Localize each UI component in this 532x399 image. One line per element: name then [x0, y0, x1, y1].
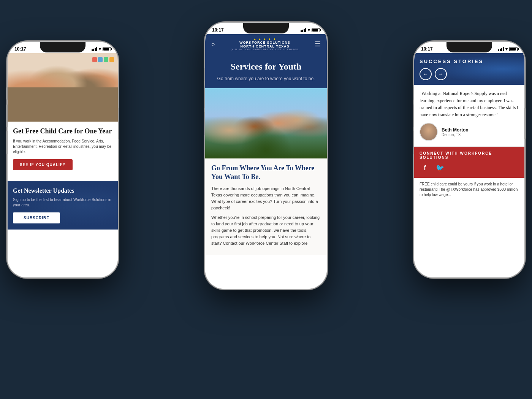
social-icons: f 🐦 [420, 163, 519, 173]
wifi-icon-center: ▾ [308, 28, 310, 33]
logo-text-line2: NORTH CENTRAL TEXAS [215, 45, 315, 49]
battery-icon-center [312, 28, 320, 32]
power-button [118, 108, 119, 139]
signal-icon [92, 47, 97, 51]
left-heading: Get Free Child Care for One Year [13, 127, 112, 136]
twitter-icon[interactable]: 🐦 [435, 163, 445, 173]
left-body-section: Get Free Child Care for One Year If you … [8, 122, 118, 176]
hero-people-image [8, 53, 118, 122]
time-center: 10:17 [212, 27, 224, 33]
prev-arrow-button[interactable]: ← [420, 68, 432, 80]
success-stories-header: SUCCESS STORIES ← → [414, 53, 524, 85]
author-location: Denton, TX [442, 133, 469, 137]
newsletter-body: Sign up to be the first to hear about Wo… [13, 197, 112, 208]
status-icons-center: ▾ [301, 28, 320, 33]
right-phone-content: SUCCESS STORIES ← → "Working at National… [414, 53, 524, 277]
article-paragraph-1: There are thousands of job openings in N… [211, 185, 321, 211]
right-power-button [524, 108, 526, 139]
menu-icon[interactable]: ☰ [315, 40, 321, 48]
next-arrow-button[interactable]: → [435, 68, 447, 80]
battery-icon-right [509, 47, 518, 51]
center-page-title: Services for Youth [211, 62, 321, 72]
article-heading: Go From Where You Are To Where You Want … [211, 164, 321, 182]
testimonial-author: Beth Morton Denton, TX [420, 123, 519, 141]
success-nav-arrows: ← → [420, 68, 519, 80]
center-phone: 10:17 ▾ ⌕ ★ ★ ★ ★ ★ WORKFORCE SOLUTIONS … [205, 23, 327, 289]
article-paragraph-2: Whether you're in school preparing for y… [211, 214, 321, 247]
newsletter-section: Get Newsletter Updates Sign up to be the… [8, 181, 118, 230]
center-navigation: ⌕ ★ ★ ★ ★ ★ WORKFORCE SOLUTIONS NORTH CE… [205, 34, 327, 54]
center-subtitle: Go from where you are to where you want … [211, 76, 321, 82]
handprints-decoration [92, 57, 114, 62]
author-avatar [420, 123, 438, 141]
left-hero-image [8, 53, 118, 122]
battery-icon [103, 47, 111, 51]
facebook-icon[interactable]: f [420, 163, 430, 173]
youth-photo [205, 88, 327, 158]
logo-tagline: QUALIFIED CANDIDATES. BETTER JOBS. NO CH… [215, 48, 315, 51]
time-right: 10:17 [421, 46, 433, 52]
connect-section: CONNECT WITH WORKFORCE SOLUTIONS f 🐦 [414, 147, 524, 178]
testimonial-quote: "Working at National Roper's Supply was … [420, 90, 519, 118]
wifi-icon-right: ▾ [505, 47, 508, 52]
status-icons-left: ▾ [92, 47, 111, 52]
signal-icon-center [301, 28, 306, 32]
center-hero-section: Services for Youth Go from where you are… [205, 54, 327, 88]
youth-photo-image [205, 88, 327, 158]
author-info: Beth Morton Denton, TX [442, 127, 469, 137]
testimonial-card: "Working at National Roper's Supply was … [414, 85, 524, 146]
center-article-section: Go From Where You Are To Where You Want … [205, 158, 327, 255]
author-name: Beth Morton [442, 127, 469, 133]
center-notch [243, 23, 289, 33]
wifi-icon: ▾ [99, 47, 101, 52]
newsletter-heading: Get Newsletter Updates [13, 187, 112, 194]
left-phone-content: Get Free Child Care for One Year If you … [8, 53, 118, 277]
right-notch [446, 42, 492, 52]
nav-logo: ★ ★ ★ ★ ★ WORKFORCE SOLUTIONS NORTH CENT… [215, 38, 315, 51]
right-phone: 10:17 ▾ SUCCESS STORIES ← → [414, 42, 524, 277]
subscribe-button[interactable]: SUBSCRIBE [13, 212, 60, 223]
search-icon[interactable]: ⌕ [211, 41, 215, 48]
notch [40, 42, 86, 52]
center-power-button [327, 89, 328, 120]
connect-heading: CONNECT WITH WORKFORCE SOLUTIONS [420, 151, 519, 160]
status-icons-right: ▾ [498, 47, 518, 52]
left-phone: 10:17 ▾ [8, 42, 118, 277]
time-left: 10:17 [14, 46, 26, 52]
qualify-button[interactable]: SEE IF YOU QUALIFY [13, 159, 73, 170]
tweet-preview: FREE child care could be yours if you wo… [414, 178, 524, 201]
success-stories-heading: SUCCESS STORIES [420, 59, 519, 64]
left-body-text: If you work in the Accommodation, Food S… [13, 139, 112, 155]
signal-icon-right [498, 47, 504, 51]
